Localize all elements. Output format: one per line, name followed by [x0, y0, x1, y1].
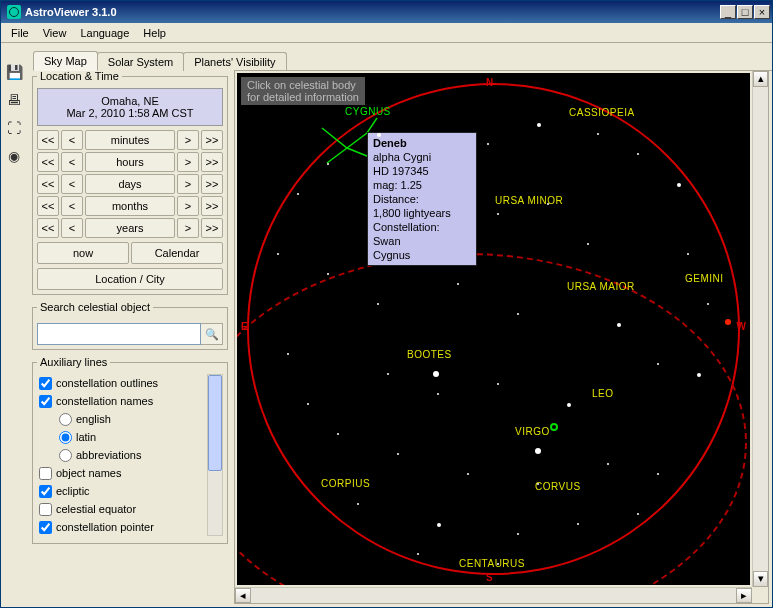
star[interactable] — [467, 473, 469, 475]
aux-item[interactable]: constellation pointer — [37, 518, 207, 536]
step-fwd[interactable]: > — [177, 130, 199, 150]
save-icon[interactable]: 💾 — [4, 62, 24, 82]
step-fastfwd[interactable]: >> — [201, 152, 223, 172]
aux-item[interactable]: abbreviations — [37, 446, 207, 464]
star[interactable] — [697, 373, 701, 377]
aux-checkbox[interactable] — [39, 521, 52, 534]
star[interactable] — [567, 403, 571, 407]
step-fastfwd[interactable]: >> — [201, 174, 223, 194]
aux-item[interactable]: object names — [37, 464, 207, 482]
step-back[interactable]: < — [61, 174, 83, 194]
aux-item[interactable]: celestial equator — [37, 500, 207, 518]
bright-star[interactable] — [433, 371, 439, 377]
bright-star[interactable] — [535, 448, 541, 454]
aux-checkbox[interactable] — [39, 485, 52, 498]
step-back[interactable]: < — [61, 218, 83, 238]
eye-icon[interactable]: ◉ — [4, 146, 24, 166]
step-fwd[interactable]: > — [177, 152, 199, 172]
step-back[interactable]: < — [61, 152, 83, 172]
star[interactable] — [487, 143, 489, 145]
star[interactable] — [607, 463, 609, 465]
now-button[interactable]: now — [37, 242, 129, 264]
star[interactable] — [307, 403, 309, 405]
star[interactable] — [437, 393, 439, 395]
star[interactable] — [537, 123, 541, 127]
star[interactable] — [707, 303, 709, 305]
aux-checkbox[interactable] — [39, 395, 52, 408]
star[interactable] — [687, 253, 689, 255]
star[interactable] — [357, 503, 359, 505]
step-fastback[interactable]: << — [37, 130, 59, 150]
star[interactable] — [437, 523, 441, 527]
maximize-button[interactable]: □ — [737, 5, 753, 19]
aux-item[interactable]: constellation outlines — [37, 374, 207, 392]
step-fastback[interactable]: << — [37, 174, 59, 194]
menu-view[interactable]: View — [43, 27, 67, 39]
minimize-button[interactable]: _ — [720, 5, 736, 19]
aux-radio[interactable] — [59, 413, 72, 426]
star[interactable] — [417, 553, 419, 555]
star[interactable] — [287, 353, 289, 355]
star[interactable] — [497, 213, 499, 215]
star[interactable] — [337, 433, 339, 435]
star[interactable] — [457, 283, 459, 285]
star[interactable] — [297, 193, 299, 195]
sky-canvas[interactable]: Click on celestial body for detailed inf… — [237, 73, 750, 585]
step-fastback[interactable]: << — [37, 152, 59, 172]
tab-skymap[interactable]: Sky Map — [33, 51, 98, 71]
star[interactable] — [277, 253, 279, 255]
sky-scroll-horizontal[interactable]: ◂ ▸ — [235, 587, 752, 603]
scroll-up-icon[interactable]: ▴ — [753, 71, 768, 87]
star[interactable] — [377, 133, 381, 137]
scroll-left-icon[interactable]: ◂ — [235, 588, 251, 603]
star[interactable] — [637, 513, 639, 515]
aux-radio[interactable] — [59, 431, 72, 444]
aux-item[interactable]: latin — [37, 428, 207, 446]
aux-checkbox[interactable] — [39, 503, 52, 516]
aux-checkbox[interactable] — [39, 377, 52, 390]
calendar-button[interactable]: Calendar — [131, 242, 223, 264]
aux-item[interactable]: ecliptic — [37, 482, 207, 500]
step-back[interactable]: < — [61, 130, 83, 150]
tab-solar[interactable]: Solar System — [97, 52, 184, 71]
star[interactable] — [657, 363, 659, 365]
star[interactable] — [327, 273, 329, 275]
aux-scrollbar[interactable] — [207, 374, 223, 536]
step-fastfwd[interactable]: >> — [201, 196, 223, 216]
step-fastfwd[interactable]: >> — [201, 130, 223, 150]
star[interactable] — [517, 313, 519, 315]
step-fwd[interactable]: > — [177, 174, 199, 194]
star[interactable] — [387, 373, 389, 375]
star[interactable] — [497, 383, 499, 385]
aux-item[interactable]: constellation names — [37, 392, 207, 410]
location-button[interactable]: Location / City — [37, 268, 223, 290]
menu-language[interactable]: Language — [80, 27, 129, 39]
virgo-marker[interactable] — [550, 423, 558, 431]
planet-mars[interactable] — [725, 319, 731, 325]
star[interactable] — [327, 163, 329, 165]
aux-item[interactable]: english — [37, 410, 207, 428]
star[interactable] — [637, 153, 639, 155]
star[interactable] — [587, 243, 589, 245]
sky-scroll-vertical[interactable]: ▴ ▾ — [752, 71, 768, 587]
star[interactable] — [657, 473, 659, 475]
star[interactable] — [497, 563, 499, 565]
menu-file[interactable]: File — [11, 27, 29, 39]
step-fwd[interactable]: > — [177, 196, 199, 216]
search-button[interactable]: 🔍 — [201, 323, 223, 345]
aux-radio[interactable] — [59, 449, 72, 462]
close-button[interactable]: × — [754, 5, 770, 19]
step-back[interactable]: < — [61, 196, 83, 216]
star[interactable] — [577, 523, 579, 525]
step-fastback[interactable]: << — [37, 196, 59, 216]
star[interactable] — [597, 133, 599, 135]
print-icon[interactable]: 🖶 — [4, 90, 24, 110]
star[interactable] — [547, 203, 549, 205]
star[interactable] — [617, 323, 621, 327]
star[interactable] — [377, 303, 379, 305]
menu-help[interactable]: Help — [143, 27, 166, 39]
star[interactable] — [517, 533, 519, 535]
scroll-down-icon[interactable]: ▾ — [753, 571, 768, 587]
star[interactable] — [537, 483, 539, 485]
aux-checkbox[interactable] — [39, 467, 52, 480]
